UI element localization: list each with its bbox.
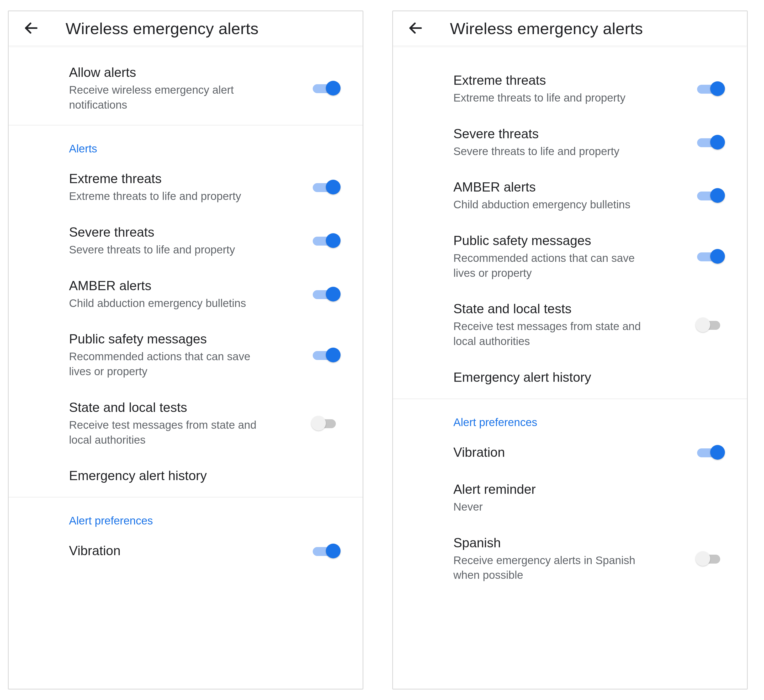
row-title: State and local tests	[453, 301, 687, 318]
row-extreme-threats[interactable]: Extreme threats Extreme threats to life …	[9, 160, 363, 214]
phone-right: Wireless emergency alerts Extreme threat…	[392, 11, 748, 689]
toggle-severe-threats[interactable]	[697, 134, 723, 150]
row-amber-alerts[interactable]: AMBER alerts Child abduction emergency b…	[393, 169, 747, 222]
toggle-extreme-threats[interactable]	[697, 81, 723, 97]
row-alert-history[interactable]: Emergency alert history	[393, 359, 747, 396]
row-subtitle: Recommended actions that can save lives …	[69, 349, 268, 379]
row-public-safety[interactable]: Public safety messages Recommended actio…	[9, 321, 363, 389]
row-title: State and local tests	[69, 399, 302, 416]
row-subtitle: Receive emergency alerts in Spanish when…	[453, 553, 653, 583]
row-subtitle: Receive test messages from state and loc…	[453, 319, 653, 349]
row-alert-history[interactable]: Emergency alert history	[9, 457, 363, 494]
toggle-public-safety[interactable]	[313, 347, 339, 363]
row-subtitle: Never	[453, 500, 653, 515]
row-title: Extreme threats	[453, 72, 687, 89]
row-title: AMBER alerts	[69, 277, 302, 294]
row-subtitle: Extreme threats to life and property	[453, 91, 653, 105]
phone-left: Wireless emergency alerts Allow alerts R…	[8, 11, 363, 689]
row-title: Spanish	[453, 534, 687, 551]
row-allow-alerts[interactable]: Allow alerts Receive wireless emergency …	[9, 54, 363, 122]
row-subtitle: Severe threats to life and property	[69, 243, 268, 257]
row-extreme-threats[interactable]: Extreme threats Extreme threats to life …	[393, 62, 747, 116]
row-state-local-tests[interactable]: State and local tests Receive test messa…	[393, 290, 747, 359]
toolbar: Wireless emergency alerts	[9, 11, 363, 46]
row-subtitle: Child abduction emergency bulletins	[453, 197, 653, 212]
row-title: Allow alerts	[69, 64, 302, 81]
toggle-vibration[interactable]	[697, 444, 723, 460]
row-title: Extreme threats	[69, 170, 302, 187]
row-subtitle: Severe threats to life and property	[453, 144, 653, 159]
row-vibration[interactable]: Vibration	[9, 532, 363, 569]
row-title: Severe threats	[69, 224, 302, 241]
toggle-state-local-tests[interactable]	[697, 317, 723, 333]
toggle-extreme-threats[interactable]	[313, 179, 339, 195]
row-title: Public safety messages	[69, 330, 302, 348]
row-title: Alert reminder	[453, 481, 713, 498]
row-title: Vibration	[69, 542, 302, 559]
toggle-amber-alerts[interactable]	[697, 187, 723, 204]
toggle-amber-alerts[interactable]	[313, 286, 339, 302]
row-amber-alerts[interactable]: AMBER alerts Child abduction emergency b…	[9, 267, 363, 321]
row-subtitle: Child abduction emergency bulletins	[69, 296, 268, 311]
row-title: AMBER alerts	[453, 179, 687, 196]
row-severe-threats[interactable]: Severe threats Severe threats to life an…	[9, 214, 363, 267]
row-title: Vibration	[453, 444, 687, 461]
row-title: Emergency alert history	[69, 467, 329, 484]
row-spanish[interactable]: Spanish Receive emergency alerts in Span…	[393, 525, 747, 593]
toolbar: Wireless emergency alerts	[393, 11, 747, 46]
toggle-public-safety[interactable]	[697, 248, 723, 265]
page-title: Wireless emergency alerts	[450, 19, 643, 38]
page-title: Wireless emergency alerts	[66, 19, 258, 38]
back-arrow-icon[interactable]	[23, 20, 39, 37]
row-title: Public safety messages	[453, 232, 687, 249]
row-subtitle: Receive test messages from state and loc…	[69, 418, 268, 447]
row-title: Emergency alert history	[453, 369, 713, 386]
row-vibration[interactable]: Vibration	[393, 434, 747, 471]
section-header-prefs: Alert preferences	[9, 505, 363, 532]
row-alert-reminder[interactable]: Alert reminder Never	[393, 471, 747, 525]
row-state-local-tests[interactable]: State and local tests Receive test messa…	[9, 389, 363, 457]
toggle-state-local-tests[interactable]	[313, 415, 339, 431]
toggle-spanish[interactable]	[697, 550, 723, 567]
row-subtitle: Extreme threats to life and property	[69, 189, 268, 204]
row-severe-threats[interactable]: Severe threats Severe threats to life an…	[393, 116, 747, 169]
toggle-severe-threats[interactable]	[313, 232, 339, 249]
toggle-allow-alerts[interactable]	[313, 80, 339, 96]
section-header-alerts: Alerts	[9, 133, 363, 160]
row-subtitle: Recommended actions that can save lives …	[453, 251, 653, 280]
toggle-vibration[interactable]	[313, 543, 339, 559]
row-title: Severe threats	[453, 125, 687, 143]
back-arrow-icon[interactable]	[407, 20, 424, 37]
row-subtitle: Receive wireless emergency alert notific…	[69, 83, 268, 112]
row-public-safety[interactable]: Public safety messages Recommended actio…	[393, 222, 747, 290]
section-header-prefs: Alert preferences	[393, 407, 747, 434]
